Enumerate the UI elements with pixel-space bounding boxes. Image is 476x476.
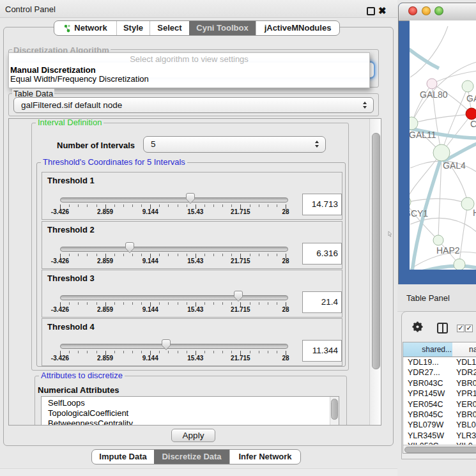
threshold-slider-thumb[interactable] (185, 192, 196, 204)
control-panel-title: Control Panel (5, 4, 56, 14)
numerical-attributes-list[interactable]: SelfLoopsTopologicalCoefficientBetweenne… (41, 396, 339, 426)
table-row[interactable]: YPR145WYPR1 (403, 388, 476, 399)
list-item[interactable]: TopologicalCoefficient (42, 408, 339, 418)
threshold-slider-track[interactable] (60, 344, 288, 349)
slider-minor-tick (141, 204, 142, 207)
attributes-group: Attributes to discretize Numerical Attri… (35, 376, 347, 426)
tab-infer-network[interactable]: Infer Network (229, 450, 300, 464)
float-window-icon[interactable] (367, 7, 375, 15)
network-edge[interactable] (410, 26, 448, 77)
threshold-slider-thumb[interactable] (161, 339, 171, 351)
threshold-value-field[interactable]: 14.713 (302, 194, 342, 215)
split-view-icon[interactable] (437, 323, 448, 334)
network-node[interactable] (433, 144, 450, 161)
apply-button[interactable]: Apply (171, 429, 215, 442)
list-item[interactable]: SelfLoops (42, 397, 339, 408)
table-row[interactable]: YBL079WYBL0 (403, 420, 476, 430)
minimize-traffic-light-icon[interactable] (422, 6, 431, 15)
threshold-value-field[interactable]: 11.344 (302, 340, 342, 362)
threshold-value-field[interactable]: 21.4 (302, 291, 342, 313)
list-scrollbar[interactable] (330, 397, 339, 426)
table-row[interactable]: YLR345WYLR3 (403, 431, 476, 441)
threshold-label: Threshold 4 (47, 322, 95, 332)
table-header-name[interactable]: na (452, 342, 476, 357)
table-row[interactable]: YDR27...YDR2 (403, 367, 476, 378)
threshold-slider-thumb[interactable] (233, 290, 243, 302)
network-node[interactable] (410, 117, 418, 130)
settings-vertical-scrollbar[interactable] (369, 119, 381, 425)
zoom-traffic-light-icon[interactable] (434, 6, 443, 15)
slider-minor-tick (96, 254, 97, 256)
table-data-combobox[interactable]: galFiltered.sif default node (13, 97, 374, 113)
slider-tick-label: 9.144 (136, 306, 164, 313)
algorithm-popup-item[interactable]: Equal Width/Frequency Discretization (10, 75, 149, 84)
close-icon[interactable]: ✖ (378, 5, 387, 17)
tab-select[interactable]: Select (150, 21, 189, 35)
cell-name: YBL0 (452, 420, 476, 430)
slider-tick-label: -3.426 (46, 208, 74, 215)
tab-label: Infer Network (238, 450, 291, 464)
table-header-shared-name[interactable]: shared... (403, 342, 456, 357)
threshold-slider-track[interactable] (60, 197, 288, 203)
slider-minor-tick (114, 302, 115, 305)
table-row[interactable]: YBR043CYBR0 (403, 378, 476, 388)
slider-minor-tick (123, 302, 124, 305)
list-scrollbar-thumb[interactable] (331, 399, 338, 420)
table-row[interactable]: YER054CYER0 (403, 399, 476, 410)
cell-shared-name: YDL19... (403, 357, 452, 367)
network-edge[interactable] (459, 204, 468, 264)
slider-minor-tick (78, 351, 79, 353)
network-node[interactable] (427, 79, 437, 89)
threshold-value-field[interactable]: 6.316 (302, 243, 342, 265)
tab-style[interactable]: Style (116, 21, 150, 35)
tab-discretize-data[interactable]: Discretize Data (154, 450, 229, 464)
network-node-label: GAL4 (443, 160, 466, 171)
threshold-slider-thumb[interactable] (125, 242, 135, 254)
table-row[interactable]: YBR045CYBR0 (403, 410, 476, 420)
tab-network[interactable]: Network (54, 21, 116, 35)
slider-minor-tick (250, 204, 250, 207)
table-panel-title: Table Panel (406, 293, 450, 303)
threshold-panel: Threshold 1-3.4262.8599.14415.4321.71528… (42, 172, 342, 220)
slider-minor-tick (250, 254, 250, 256)
threshold-slider-track[interactable] (60, 247, 288, 252)
slider-minor-tick (204, 302, 205, 305)
slider-minor-tick (268, 302, 268, 305)
slider-tick-label: 21.715 (226, 306, 254, 313)
table-row[interactable]: YDL19...YDL1 (403, 357, 476, 367)
network-node[interactable] (462, 81, 473, 92)
gear-icon[interactable] (412, 321, 423, 332)
tab-impute-data[interactable]: Impute Data (92, 450, 154, 464)
horizontal-scrollbar-thumb[interactable] (404, 447, 476, 453)
tab-cyni-toolbox[interactable]: Cyni Toolbox (189, 21, 256, 35)
bottom-strip (0, 468, 397, 476)
network-edge[interactable] (410, 199, 468, 204)
slider-tick-label: 9.144 (136, 257, 164, 265)
slider-minor-tick (213, 302, 214, 305)
network-node[interactable] (410, 196, 411, 208)
network-node[interactable] (466, 108, 476, 119)
network-canvas[interactable]: GAL80GACGAL11GAL4GCY1HHAP2 (410, 20, 476, 270)
network-edge[interactable] (411, 114, 471, 123)
slider-minor-tick (222, 302, 223, 305)
number-of-intervals-spinner[interactable]: 5 (143, 136, 326, 153)
list-item[interactable]: BetweennessCentrality (42, 418, 339, 426)
settings-scrollbar-thumb[interactable] (372, 133, 380, 369)
tab-jactivemnodules[interactable]: jActiveMNodules (256, 21, 339, 35)
checkbox-icon[interactable]: ✓ (465, 325, 473, 332)
network-node[interactable] (454, 259, 465, 270)
slider-minor-tick (114, 204, 115, 207)
attributes-group-title: Attributes to discretize (39, 371, 125, 380)
close-traffic-light-icon[interactable] (408, 6, 417, 15)
horizontal-scrollbar[interactable] (403, 445, 476, 453)
checkbox-icon[interactable]: ✓ (457, 325, 464, 332)
cell-shared-name: YBL079W (403, 420, 452, 430)
algorithm-popup-item[interactable]: Manual Discretization (10, 66, 96, 75)
slider-minor-tick (277, 351, 277, 353)
threshold-slider-track[interactable] (60, 295, 288, 300)
network-edge-thick[interactable] (410, 266, 476, 270)
slider-minor-tick (132, 204, 133, 207)
network-node[interactable] (461, 197, 474, 210)
network-node[interactable] (433, 235, 443, 245)
slider-minor-tick (259, 254, 259, 256)
